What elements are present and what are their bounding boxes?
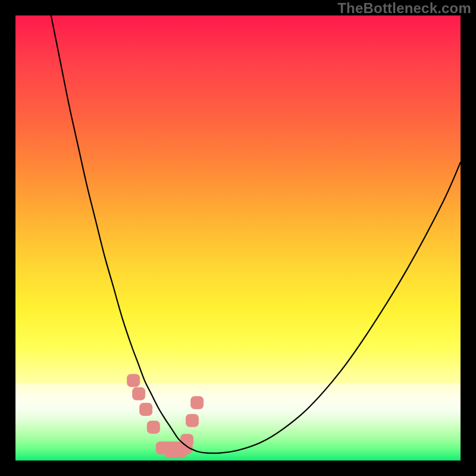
bottleneck-curve (51, 15, 461, 453)
marker (147, 421, 160, 434)
marker (190, 396, 203, 409)
curve-layer (15, 15, 461, 461)
marker (139, 403, 152, 416)
marker (132, 387, 145, 400)
marker (127, 374, 140, 387)
marker-group (127, 374, 203, 458)
marker (180, 434, 193, 447)
watermark: TheBottleneck.com (337, 1, 471, 15)
outer-frame: TheBottleneck.com (0, 0, 476, 476)
marker (186, 414, 199, 427)
plot-area (15, 15, 461, 461)
